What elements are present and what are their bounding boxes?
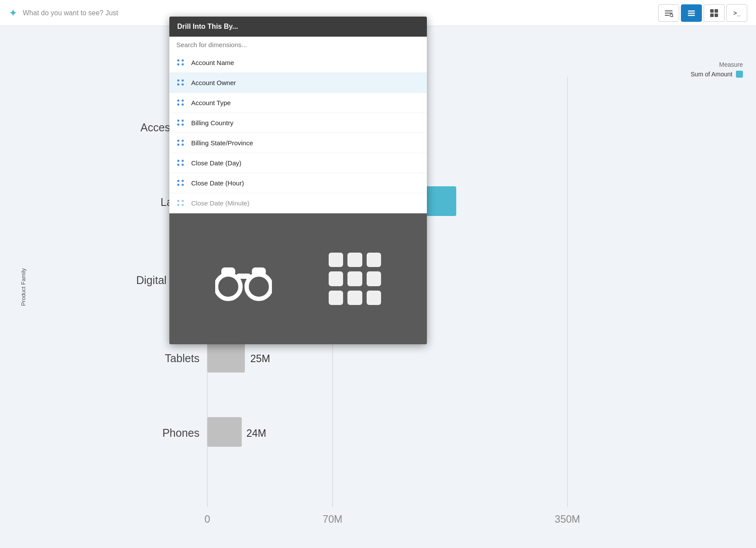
item-label: Account Type bbox=[191, 99, 231, 106]
svg-point-3 bbox=[670, 14, 673, 17]
drill-bottom-area bbox=[169, 213, 427, 344]
svg-rect-0 bbox=[665, 10, 673, 11]
app-icon: ✦ bbox=[9, 7, 17, 19]
item-label: Billing Country bbox=[191, 119, 234, 127]
dimension-icon bbox=[177, 99, 184, 106]
legend-item-sum: Sum of Amount bbox=[691, 71, 743, 78]
svg-rect-28 bbox=[207, 417, 242, 447]
dimension-icon bbox=[177, 180, 184, 187]
drill-header: Drill Into This By... bbox=[169, 17, 427, 37]
svg-text:0: 0 bbox=[204, 514, 210, 525]
svg-rect-34 bbox=[236, 274, 251, 279]
app-container: ✦ What do you want to see? Just bbox=[0, 0, 756, 548]
svg-rect-35 bbox=[221, 267, 235, 276]
svg-rect-7 bbox=[688, 15, 695, 16]
drill-list: Account Name Account Owner Account Type … bbox=[169, 53, 427, 213]
svg-rect-10 bbox=[710, 14, 714, 17]
grid-cell bbox=[347, 271, 362, 286]
legend-color bbox=[736, 71, 743, 78]
drill-panel: Drill Into This By... Account Name Accou… bbox=[169, 17, 427, 344]
svg-rect-5 bbox=[688, 10, 695, 12]
svg-rect-2 bbox=[665, 15, 669, 16]
sum-label: Sum of Amount bbox=[691, 71, 732, 78]
list-item[interactable]: Account Name bbox=[169, 53, 427, 73]
dimension-icon bbox=[177, 79, 184, 86]
y-axis-label: Product Family bbox=[20, 268, 27, 306]
item-label: Close Date (Hour) bbox=[191, 179, 244, 187]
grid-cell bbox=[367, 271, 381, 286]
list-item[interactable]: Close Date (Day) bbox=[169, 153, 427, 173]
item-label: Account Name bbox=[191, 59, 234, 66]
code-button[interactable]: >_ bbox=[726, 4, 747, 22]
dimension-icon bbox=[177, 140, 184, 147]
drill-search-bar bbox=[169, 37, 427, 53]
item-label: Close Date (Minute) bbox=[191, 199, 249, 207]
grid-cell bbox=[367, 291, 381, 305]
dimension-search-input[interactable] bbox=[176, 41, 420, 48]
svg-point-33 bbox=[253, 281, 265, 293]
dimension-icon bbox=[177, 200, 184, 207]
item-label: Billing State/Province bbox=[191, 139, 253, 147]
svg-rect-9 bbox=[715, 9, 718, 13]
list-item[interactable]: Account Type bbox=[169, 93, 427, 113]
item-label: Account Owner bbox=[191, 79, 236, 86]
measure-label: Measure bbox=[691, 61, 743, 68]
legend-area: Measure Sum of Amount bbox=[691, 61, 743, 78]
svg-text:70M: 70M bbox=[323, 514, 342, 525]
search-hint: What do you want to see? Just bbox=[23, 9, 118, 17]
list-item[interactable]: Account Owner bbox=[169, 73, 427, 93]
list-view-button[interactable] bbox=[681, 4, 702, 22]
svg-text:Phones: Phones bbox=[162, 427, 199, 439]
svg-line-4 bbox=[673, 17, 674, 17]
item-label: Close Date (Day) bbox=[191, 159, 241, 167]
dimension-icon bbox=[177, 120, 184, 127]
svg-rect-6 bbox=[688, 13, 695, 14]
grid-cell bbox=[329, 253, 343, 267]
svg-rect-36 bbox=[252, 267, 266, 276]
list-item[interactable]: Billing State/Province bbox=[169, 133, 427, 153]
toolbar-buttons: >_ bbox=[658, 4, 747, 22]
grid-cell bbox=[367, 253, 381, 267]
list-item[interactable]: Close Date (Hour) bbox=[169, 173, 427, 193]
svg-text:Tablets: Tablets bbox=[165, 352, 199, 364]
grid-cell bbox=[329, 291, 343, 305]
table-view-button[interactable] bbox=[704, 4, 725, 22]
svg-rect-25 bbox=[207, 343, 245, 373]
svg-text:25M: 25M bbox=[251, 353, 270, 364]
grid-cell bbox=[347, 291, 362, 305]
dimension-icon bbox=[177, 59, 184, 66]
svg-rect-1 bbox=[665, 13, 673, 14]
svg-text:350M: 350M bbox=[555, 514, 580, 525]
svg-rect-8 bbox=[710, 9, 714, 13]
filter-button[interactable] bbox=[658, 4, 679, 22]
grid-cell bbox=[329, 271, 343, 286]
dimension-icon bbox=[177, 160, 184, 167]
svg-text:24M: 24M bbox=[247, 428, 266, 439]
grid-3x3-icon bbox=[329, 253, 381, 305]
grid-cell bbox=[347, 253, 362, 267]
binoculars-icon bbox=[215, 250, 272, 307]
svg-point-31 bbox=[222, 281, 234, 293]
list-item[interactable]: Close Date (Minute) bbox=[169, 193, 427, 213]
list-item[interactable]: Billing Country bbox=[169, 113, 427, 133]
svg-rect-11 bbox=[715, 14, 718, 17]
